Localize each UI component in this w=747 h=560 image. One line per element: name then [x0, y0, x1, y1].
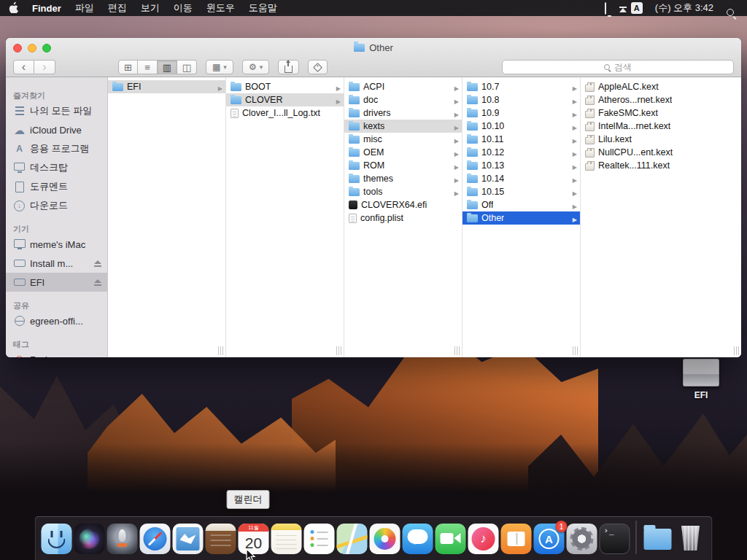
chevron-right-icon — [573, 106, 577, 120]
file-row[interactable]: themes — [344, 172, 462, 185]
view-list-button[interactable]: ≡ — [138, 60, 158, 74]
dock-downloads-folder[interactable] — [643, 524, 673, 554]
dock-launchpad[interactable] — [107, 524, 138, 554]
menu-bar-clock[interactable]: (수) 오후 3:42 — [655, 1, 713, 15]
item-icon — [349, 83, 360, 91]
file-row[interactable]: NullCPU...ent.kext — [581, 146, 741, 159]
dock-finder[interactable] — [42, 524, 72, 554]
file-row[interactable]: BOOT — [226, 80, 344, 93]
sidebar-item[interactable]: 도큐멘트 — [6, 177, 107, 196]
file-row[interactable]: AppleALC.kext — [581, 80, 741, 93]
menu-item[interactable]: 이동 — [174, 1, 193, 15]
file-row[interactable]: ACPI — [344, 80, 462, 93]
close-button[interactable] — [13, 44, 22, 52]
sidebar-section: 공유 egreen-offi... — [6, 298, 107, 330]
back-button[interactable]: ‹ — [13, 60, 34, 74]
file-row[interactable]: 10.12 — [462, 146, 580, 159]
file-row[interactable]: 10.14 — [462, 172, 580, 185]
eject-icon[interactable] — [94, 260, 101, 267]
sidebar-item[interactable]: 나의 모든 파일 — [6, 101, 107, 120]
file-row[interactable]: EFI — [108, 80, 225, 93]
title-bar[interactable]: Other — [6, 38, 741, 57]
dock-trash[interactable] — [676, 524, 706, 554]
file-row[interactable]: misc — [344, 133, 462, 146]
file-row[interactable]: Clover_I...ll_Log.txt — [226, 106, 344, 120]
dock-safari[interactable] — [140, 524, 171, 554]
display-menu-extra[interactable] — [605, 3, 606, 14]
file-row[interactable]: Lilu.kext — [581, 133, 741, 146]
file-row[interactable]: tools — [344, 185, 462, 198]
file-row[interactable]: 10.8 — [462, 93, 580, 106]
dock-photos[interactable] — [370, 524, 400, 554]
column-resize-grip[interactable] — [454, 346, 460, 355]
file-row[interactable]: Realtek...111.kext — [581, 159, 741, 172]
view-icons-button[interactable]: ⊞ — [118, 60, 138, 74]
dock-siri[interactable] — [74, 524, 105, 554]
file-row[interactable]: Off — [462, 198, 580, 211]
apple-menu[interactable] — [9, 1, 18, 15]
file-row[interactable]: 10.7 — [462, 80, 580, 93]
menu-item[interactable]: 파일 — [75, 1, 94, 15]
menu-item[interactable]: 편집 — [108, 1, 127, 15]
tags-button[interactable] — [308, 60, 328, 74]
dock-ibooks[interactable] — [501, 524, 532, 554]
arrange-button[interactable]: ▦▾ — [206, 60, 233, 74]
file-row[interactable]: CLOVERX64.efi — [344, 198, 462, 211]
eject-icon[interactable] — [94, 279, 101, 286]
file-row[interactable]: kexts — [344, 120, 462, 133]
dock-contacts[interactable] — [206, 524, 236, 554]
file-row[interactable]: Atheros...rnet.kext — [581, 93, 741, 106]
desktop-icon-efi[interactable]: EFI — [678, 359, 724, 400]
file-row[interactable]: drivers — [344, 106, 462, 120]
forward-button[interactable]: › — [34, 60, 55, 74]
dock-terminal[interactable] — [600, 524, 630, 554]
column-resize-grip[interactable] — [573, 346, 578, 355]
file-row[interactable]: doc — [344, 93, 462, 106]
menu-item[interactable]: 도움말 — [249, 1, 277, 15]
share-button[interactable] — [278, 60, 299, 74]
column-resize-grip[interactable] — [218, 346, 223, 355]
sidebar-item[interactable]: iCloud Drive — [6, 120, 107, 139]
sidebar-item[interactable]: 응용 프로그램 — [6, 139, 107, 158]
file-row[interactable]: 10.13 — [462, 159, 580, 172]
sidebar-item[interactable]: Red — [6, 350, 107, 357]
menu-item[interactable]: 윈도우 — [206, 1, 235, 15]
dock-reminders[interactable] — [304, 524, 335, 554]
app-menu-finder[interactable]: Finder — [32, 3, 61, 14]
action-button[interactable]: ⚙▾ — [242, 60, 269, 74]
dock-mail[interactable] — [173, 524, 204, 554]
search-input[interactable]: 검색 — [502, 60, 734, 74]
sidebar-item[interactable]: EFI — [6, 273, 107, 292]
file-row[interactable]: ROM — [344, 159, 462, 172]
input-source-badge[interactable]: A — [631, 2, 643, 14]
column-resize-grip[interactable] — [336, 346, 341, 355]
dock-system-preferences[interactable] — [567, 524, 597, 554]
sidebar-item[interactable]: Install m... — [6, 254, 107, 273]
sidebar-item[interactable]: 다운로드 — [6, 196, 107, 215]
view-columns-button[interactable]: ▥ — [158, 60, 177, 74]
dock-notes[interactable] — [271, 524, 302, 554]
minimize-button[interactable] — [28, 44, 36, 52]
file-row[interactable]: Other — [462, 211, 580, 225]
file-row[interactable]: FakeSMC.kext — [581, 106, 741, 120]
view-coverflow-button[interactable]: ◫ — [177, 60, 197, 74]
file-row[interactable]: CLOVER — [226, 93, 344, 106]
column-resize-grip[interactable] — [734, 346, 739, 355]
dock-app-store[interactable]: 1 — [534, 524, 565, 554]
dock-maps[interactable] — [337, 524, 368, 554]
file-row[interactable]: 10.9 — [462, 106, 580, 120]
file-row[interactable]: 10.10 — [462, 120, 580, 133]
zoom-button[interactable] — [42, 44, 51, 52]
sidebar-item[interactable]: meme's iMac — [6, 235, 107, 254]
file-row[interactable]: IntelMa...rnet.kext — [581, 120, 741, 133]
menu-item[interactable]: 보기 — [141, 1, 160, 15]
dock-itunes[interactable] — [468, 524, 499, 554]
dock-facetime[interactable] — [436, 524, 466, 554]
file-row[interactable]: OEM — [344, 146, 462, 159]
dock-messages[interactable] — [403, 524, 433, 554]
file-row[interactable]: config.plist — [344, 211, 462, 225]
sidebar-item[interactable]: egreen-offi... — [6, 311, 107, 330]
file-row[interactable]: 10.11 — [462, 133, 580, 146]
sidebar-item[interactable]: 데스크탑 — [6, 158, 107, 177]
file-row[interactable]: 10.15 — [462, 185, 580, 198]
